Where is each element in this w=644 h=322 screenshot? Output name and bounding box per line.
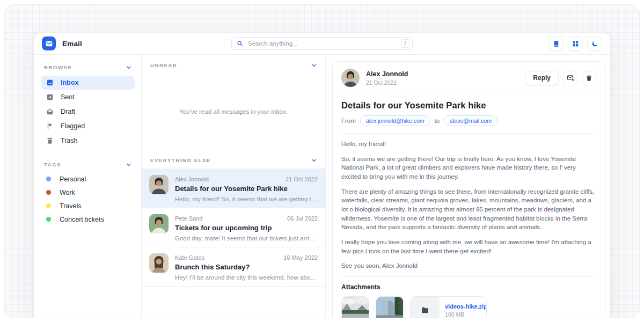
tags-label: TAGS: [44, 162, 61, 167]
envelope-plus-icon: [567, 74, 574, 82]
tag-dot: [46, 203, 51, 208]
body-paragraph: So, it seems we are getting there! Our t…: [341, 155, 596, 181]
draft-icon: [46, 108, 54, 115]
email-date: 06 Jul 2022: [287, 215, 318, 222]
detail-date: 21 Oct 2022: [366, 79, 408, 86]
dark-mode-button[interactable]: [587, 36, 602, 51]
to-label: to: [435, 118, 440, 124]
browse-label: BROWSE: [44, 64, 72, 70]
apps-grid-button[interactable]: [568, 36, 583, 51]
from-email-pill[interactable]: alex.jonnold@hike.com: [360, 115, 430, 126]
sidebar-item-draft[interactable]: Draft: [41, 105, 135, 119]
message-list-column: UNREAD You've read all messages in your …: [142, 55, 326, 318]
detail-actions: Reply: [525, 71, 596, 85]
sidebar-item-sent[interactable]: Sent: [41, 90, 135, 104]
attachment-thumbnail-half-dome[interactable]: [376, 296, 404, 318]
mark-unread-button[interactable]: [563, 71, 577, 85]
moon-icon: [591, 40, 598, 47]
search-shortcut-badge: /: [401, 39, 409, 48]
email-app-card: Email / BROW: [34, 32, 610, 318]
everything-else-section-header[interactable]: EVERYTHING ELSE: [142, 151, 325, 169]
email-date: 16 May 2022: [283, 254, 318, 261]
tag-item-work[interactable]: Work: [41, 186, 135, 199]
tag-item-personal[interactable]: Personal: [41, 172, 135, 186]
sidebar-item-label: Flagged: [61, 122, 85, 130]
tag-label: Work: [60, 189, 75, 196]
avatar: [149, 214, 169, 233]
sidebar-item-label: Draft: [61, 108, 75, 115]
trash-icon: [586, 75, 592, 82]
chevron-down-icon: [311, 158, 317, 163]
email-preview: Good day, mate! It seems that our ticket…: [175, 235, 318, 241]
sidebar-item-inbox[interactable]: Inbox: [41, 76, 135, 90]
to-email-pill[interactable]: steve@mail.com: [444, 115, 497, 126]
tag-item-concert-tickets[interactable]: Concert tickets: [41, 213, 135, 226]
book-icon: [553, 40, 560, 47]
tags-section-header[interactable]: TAGS: [41, 157, 135, 172]
topbar-actions: [548, 36, 602, 51]
unread-section-header[interactable]: UNREAD: [142, 55, 325, 72]
chevron-down-icon: [126, 162, 131, 167]
email-list-item[interactable]: Kate Gates 16 May 2022 Brunch this Satur…: [142, 247, 325, 287]
sender-name: Alex Jonnold: [175, 176, 209, 182]
main-layout: BROWSE Inbox Sent Draft Flagged: [34, 55, 610, 318]
apps-grid-icon: [572, 40, 579, 47]
from-label: From: [341, 118, 356, 124]
from-to-row: From alex.jonnold@hike.com to steve@mail…: [341, 115, 596, 126]
avatar: [149, 253, 169, 273]
app-logo[interactable]: [42, 36, 56, 50]
divider: [341, 93, 596, 93]
detail-header: Alex Jonnold 21 Oct 2022 Reply: [341, 69, 596, 87]
detail-area: Alex Jonnold 21 Oct 2022 Reply: [326, 55, 610, 318]
search-bar[interactable]: /: [231, 37, 413, 50]
tag-dot: [46, 177, 51, 181]
detail-subject: Details for our Yosemite Park hike: [341, 100, 596, 111]
inbox-icon: [46, 79, 54, 86]
divider: [341, 133, 596, 134]
email-body: Hello, my friend! So, it seems we are ge…: [341, 140, 596, 270]
sidebar-item-label: Inbox: [61, 79, 78, 86]
sidebar-item-trash[interactable]: Trash: [41, 134, 135, 148]
unread-label: UNREAD: [150, 62, 177, 68]
attachment-file-name: videos-hike.zip: [445, 303, 481, 310]
attachment-thumbnail-valley[interactable]: [341, 296, 369, 318]
sent-icon: [46, 93, 54, 101]
attachment-file-card[interactable]: videos-hike.zip 100 MB: [410, 296, 487, 318]
avatar: [149, 175, 169, 194]
email-subject: Brunch this Saturday?: [175, 263, 318, 271]
body-paragraph: There are plenty of amazing things to se…: [341, 187, 596, 232]
email-logo-icon: [45, 40, 53, 48]
sidebar: BROWSE Inbox Sent Draft Flagged: [34, 55, 142, 318]
unread-empty-message: You've read all messages in your inbox.: [142, 72, 325, 151]
delete-button[interactable]: [582, 71, 596, 85]
detail-sender-name: Alex Jonnold: [366, 70, 408, 78]
sender-name: Kate Gates: [175, 254, 204, 261]
sidebar-item-label: Sent: [61, 93, 75, 101]
email-list-item[interactable]: Pete Sand 06 Jul 2022 Tickets for our up…: [142, 208, 325, 247]
search-icon: [237, 40, 243, 47]
sender-name: Pete Sand: [175, 215, 202, 222]
tag-label: Concert tickets: [60, 216, 104, 223]
detail-avatar: [341, 69, 360, 87]
folder-icon: [421, 306, 429, 314]
email-preview: Hey! I'll be around the city this weeken…: [175, 274, 318, 281]
attachments-row: videos-hike.zip 100 MB: [341, 296, 596, 318]
tag-dot: [46, 217, 51, 222]
bookmark-button[interactable]: [548, 36, 564, 51]
search-input[interactable]: [247, 40, 401, 47]
browse-section-header[interactable]: BROWSE: [41, 60, 135, 75]
tag-item-travels[interactable]: Travels: [41, 199, 135, 213]
email-preview: Hello, my friend! So, it seems that we a…: [175, 196, 318, 202]
divider: [341, 276, 596, 277]
everything-else-label: EVERYTHING ELSE: [150, 157, 211, 163]
email-list-item[interactable]: Alex Jonnold 21 Oct 2022 Details for our…: [142, 169, 325, 208]
body-paragraph: Hello, my friend!: [341, 140, 596, 149]
chevron-down-icon: [311, 63, 317, 68]
reply-button[interactable]: Reply: [525, 71, 559, 85]
sidebar-item-flagged[interactable]: Flagged: [41, 119, 135, 133]
tags-section: TAGS Personal Work Travels: [41, 157, 135, 226]
tag-label: Travels: [60, 202, 82, 210]
flag-icon: [46, 122, 54, 130]
trash-icon: [46, 137, 54, 144]
email-subject: Details for our Yosemite Park hike: [175, 185, 318, 193]
